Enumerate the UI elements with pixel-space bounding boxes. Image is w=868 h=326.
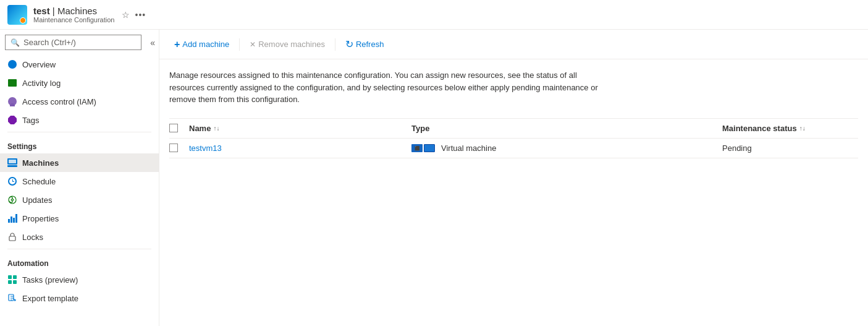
name-sort-icon: ↑↓ [213, 125, 219, 132]
activity-log-icon [7, 78, 17, 88]
search-icon: 🔍 [11, 38, 20, 47]
search-box[interactable]: 🔍 [5, 35, 141, 50]
sidebar-item-export-template[interactable]: Export template [0, 289, 159, 307]
sidebar-item-label: Overview [22, 60, 56, 69]
overview-icon [7, 59, 17, 69]
sidebar: 🔍 « Overview Activity log Access c [0, 30, 159, 326]
sidebar-item-label: Tasks (preview) [22, 275, 78, 285]
header-title-area: test | Machines Maintenance Configuratio… [33, 6, 114, 24]
sidebar-item-tasks[interactable]: Tasks (preview) [0, 270, 159, 289]
svg-rect-4 [8, 275, 12, 279]
header-subtitle: Maintenance Configuration [33, 16, 114, 24]
toolbar: + Add machine ✕ Remove machines ↻ Refres… [159, 30, 868, 59]
row-checkbox-cell [169, 144, 189, 152]
svg-rect-7 [13, 280, 17, 284]
sidebar-item-label: Access control (IAM) [22, 97, 96, 106]
remove-machines-button[interactable]: ✕ Remove machines [245, 37, 330, 51]
updates-icon [7, 195, 17, 205]
machines-icon [7, 158, 17, 168]
header-checkbox-cell [169, 124, 189, 132]
sidebar-item-label: Updates [22, 195, 52, 205]
content-body: Manage resources assigned to this mainte… [159, 59, 868, 326]
sidebar-item-access-control[interactable]: Access control (IAM) [0, 92, 159, 111]
sidebar-item-label: Properties [22, 214, 59, 223]
more-icon[interactable]: ••• [135, 10, 146, 20]
search-input[interactable] [23, 38, 136, 47]
sidebar-item-activity-log[interactable]: Activity log [0, 74, 159, 92]
svg-rect-5 [13, 275, 17, 279]
refresh-icon: ↻ [345, 38, 353, 50]
row-type-cell: ⬛ Virtual machine [411, 144, 722, 153]
sidebar-item-machines[interactable]: Machines [0, 153, 159, 172]
vm-name-link[interactable]: testvm13 [189, 144, 222, 153]
row-checkbox[interactable] [169, 144, 178, 152]
table-row: testvm13 ⬛ Virtual machine Pending [169, 139, 858, 158]
nav-divider [7, 132, 151, 132]
info-text: Manage resources assigned to this mainte… [169, 69, 614, 106]
toolbar-divider [239, 38, 240, 51]
automation-divider [7, 249, 151, 249]
vm-type-icon: ⬛ [411, 144, 423, 152]
machines-table: Name ↑↓ Type Maintenance status ↑↓ [169, 118, 858, 158]
svg-rect-3 [9, 236, 15, 241]
header-actions: ☆ ••• [122, 10, 146, 20]
name-column-header[interactable]: Name ↑↓ [189, 124, 411, 133]
svg-rect-1 [7, 165, 17, 167]
sidebar-item-label: Activity log [22, 79, 61, 88]
status-sort-icon: ↑↓ [799, 125, 806, 132]
sidebar-item-label: Export template [22, 294, 78, 303]
iam-icon [7, 97, 17, 106]
row-status-cell: Pending [722, 144, 858, 153]
sidebar-item-locks[interactable]: Locks [0, 228, 159, 246]
settings-section-label: Settings [0, 135, 159, 153]
row-name-cell: testvm13 [189, 144, 411, 153]
sidebar-item-label: Machines [22, 158, 59, 168]
collapse-button[interactable]: « [146, 36, 159, 49]
plus-icon: + [174, 40, 180, 49]
sidebar-item-label: Locks [22, 233, 43, 242]
refresh-button[interactable]: ↻ Refresh [340, 36, 389, 53]
sidebar-item-properties[interactable]: Properties [0, 209, 159, 228]
properties-icon [7, 213, 17, 223]
sidebar-item-updates[interactable]: Updates [0, 191, 159, 209]
add-machine-button[interactable]: + Add machine [169, 37, 234, 52]
tasks-icon [7, 275, 17, 285]
select-all-checkbox[interactable] [169, 124, 178, 132]
type-column-header[interactable]: Type [411, 124, 722, 133]
app-icon [7, 5, 27, 25]
export-template-icon [7, 293, 17, 303]
favorite-icon[interactable]: ☆ [122, 10, 130, 20]
svg-rect-6 [8, 280, 12, 284]
svg-rect-2 [9, 160, 16, 163]
sidebar-item-label: Schedule [22, 177, 56, 186]
schedule-icon [7, 176, 17, 186]
tags-icon [7, 115, 17, 125]
x-icon: ✕ [250, 40, 256, 49]
automation-section-label: Automation [0, 252, 159, 270]
vm-type-icon2 [424, 144, 435, 152]
locks-icon [7, 232, 17, 242]
header: test | Machines Maintenance Configuratio… [0, 0, 868, 30]
sidebar-item-schedule[interactable]: Schedule [0, 172, 159, 191]
table-header: Name ↑↓ Type Maintenance status ↑↓ [169, 119, 858, 139]
sidebar-item-overview[interactable]: Overview [0, 55, 159, 74]
header-title: test | Machines [33, 6, 114, 16]
sidebar-item-tags[interactable]: Tags [0, 111, 159, 129]
main-layout: 🔍 « Overview Activity log Access c [0, 30, 868, 326]
sidebar-item-label: Tags [22, 116, 39, 125]
status-column-header[interactable]: Maintenance status ↑↓ [722, 124, 858, 133]
content-area: + Add machine ✕ Remove machines ↻ Refres… [159, 30, 868, 326]
toolbar-divider-2 [335, 38, 335, 51]
